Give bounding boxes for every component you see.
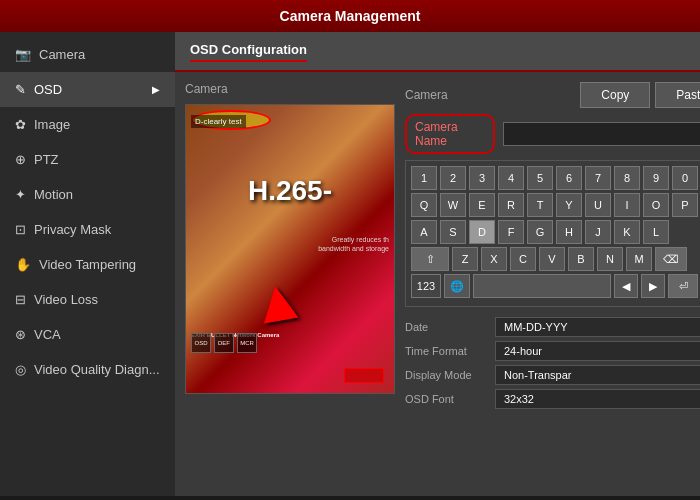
kb-row-asdf: A S D F G H J K L bbox=[411, 220, 698, 244]
kb-key-y[interactable]: Y bbox=[556, 193, 582, 217]
sidebar-label-videoloss: Video Loss bbox=[34, 292, 98, 307]
preview-h265-text: H.265- bbox=[248, 175, 332, 207]
kb-key-l[interactable]: L bbox=[643, 220, 669, 244]
kb-key-v[interactable]: V bbox=[539, 247, 565, 271]
kb-key-5[interactable]: 5 bbox=[527, 166, 553, 190]
kb-key-p[interactable]: P bbox=[672, 193, 698, 217]
kb-key-9[interactable]: 9 bbox=[643, 166, 669, 190]
sidebar-item-image[interactable]: ✿ Image bbox=[0, 107, 175, 142]
content-area: OSD Configuration Camera D-clearly test … bbox=[175, 32, 700, 496]
top-row: Camera Copy Paste bbox=[405, 82, 700, 108]
sidebar-item-vca[interactable]: ⊛ VCA bbox=[0, 317, 175, 352]
kb-key-6[interactable]: 6 bbox=[556, 166, 582, 190]
kb-key-f[interactable]: F bbox=[498, 220, 524, 244]
camera-select-label: Camera bbox=[185, 82, 395, 96]
sidebar-item-ptz[interactable]: ⊕ PTZ bbox=[0, 142, 175, 177]
kb-key-3[interactable]: 3 bbox=[469, 166, 495, 190]
kb-key-k[interactable]: K bbox=[614, 220, 640, 244]
kb-row-qwerty: Q W E R T Y U I O P bbox=[411, 193, 698, 217]
osd-font-label: OSD Font bbox=[405, 393, 495, 405]
tab-header: OSD Configuration bbox=[175, 32, 700, 72]
kb-key-7[interactable]: 7 bbox=[585, 166, 611, 190]
kb-key-m[interactable]: M bbox=[626, 247, 652, 271]
kb-key-4[interactable]: 4 bbox=[498, 166, 524, 190]
keyboard: 1 2 3 4 5 6 7 8 9 0 Q bbox=[405, 160, 700, 307]
kb-key-u[interactable]: U bbox=[585, 193, 611, 217]
kb-key-s[interactable]: S bbox=[440, 220, 466, 244]
kb-row-zxcv: ⇧ Z X C V B N M ⌫ bbox=[411, 247, 698, 271]
tab-osd-config[interactable]: OSD Configuration bbox=[190, 42, 307, 62]
keyboard-area: 1 2 3 4 5 6 7 8 9 0 Q bbox=[405, 160, 700, 307]
kb-key-2[interactable]: 2 bbox=[440, 166, 466, 190]
kb-key-j[interactable]: J bbox=[585, 220, 611, 244]
settings-rows: Date MM-DD-YYY Time Format 24-hour Displ… bbox=[405, 317, 700, 409]
kb-shift-key[interactable]: ⇧ bbox=[411, 247, 449, 271]
icons-row: OSD DEF MCR bbox=[191, 333, 257, 353]
preview-camera-name: D-clearly test bbox=[191, 115, 246, 128]
date-setting-row: Date MM-DD-YYY bbox=[405, 317, 700, 337]
kb-key-g[interactable]: G bbox=[527, 220, 553, 244]
kb-123-key[interactable]: 123 bbox=[411, 274, 441, 298]
kb-key-c[interactable]: C bbox=[510, 247, 536, 271]
sidebar-label-tampering: Video Tampering bbox=[39, 257, 136, 272]
kb-key-w[interactable]: W bbox=[440, 193, 466, 217]
osd-arrow-icon: ▶ bbox=[152, 84, 160, 95]
kb-left-key[interactable]: ◀ bbox=[614, 274, 638, 298]
preview-subtitle: Greatly reduces thbandwidth and storage bbox=[318, 235, 389, 255]
time-format-row: Time Format 24-hour bbox=[405, 341, 700, 361]
kb-key-z[interactable]: Z bbox=[452, 247, 478, 271]
kb-key-a[interactable]: A bbox=[411, 220, 437, 244]
kb-enter-key[interactable]: ⏎ bbox=[668, 274, 698, 298]
kb-key-r[interactable]: R bbox=[498, 193, 524, 217]
sidebar-item-camera[interactable]: 📷 Camera bbox=[0, 37, 175, 72]
kb-space-key[interactable] bbox=[473, 274, 611, 298]
action-buttons: Copy Paste bbox=[580, 82, 700, 108]
camera-field-label: Camera bbox=[405, 88, 465, 102]
sidebar-item-osd[interactable]: ✎ OSD ▶ bbox=[0, 72, 175, 107]
vca-icon: ⊛ bbox=[15, 327, 26, 342]
display-mode-row: Display Mode Non-Transpar bbox=[405, 365, 700, 385]
kb-key-i[interactable]: I bbox=[614, 193, 640, 217]
kb-key-b[interactable]: B bbox=[568, 247, 594, 271]
kb-key-q[interactable]: Q bbox=[411, 193, 437, 217]
kb-backspace-key[interactable]: ⌫ bbox=[655, 247, 687, 271]
paste-button[interactable]: Paste bbox=[655, 82, 700, 108]
preview-background: D-clearly test H.265- Greatly reduces th… bbox=[186, 105, 394, 393]
sidebar-item-video-tampering[interactable]: ✋ Video Tampering bbox=[0, 247, 175, 282]
main-container: 📷 Camera ✎ OSD ▶ ✿ Image ⊕ PTZ ✦ Motion … bbox=[0, 32, 700, 496]
motion-icon: ✦ bbox=[15, 187, 26, 202]
sidebar-label-camera: Camera bbox=[39, 47, 85, 62]
vq-icon: ◎ bbox=[15, 362, 26, 377]
big-arrow-icon: ▲ bbox=[243, 262, 313, 340]
kb-row-bottom: 123 🌐 ◀ ▶ ⏎ bbox=[411, 274, 698, 298]
kb-row-numbers: 1 2 3 4 5 6 7 8 9 0 bbox=[411, 166, 698, 190]
sidebar-label-motion: Motion bbox=[34, 187, 73, 202]
kb-globe-key[interactable]: 🌐 bbox=[444, 274, 470, 298]
sidebar-item-privacy-mask[interactable]: ⊡ Privacy Mask bbox=[0, 212, 175, 247]
camera-preview: D-clearly test H.265- Greatly reduces th… bbox=[185, 104, 395, 394]
kb-key-t[interactable]: T bbox=[527, 193, 553, 217]
kb-right-key[interactable]: ▶ bbox=[641, 274, 665, 298]
sidebar-item-video-quality[interactable]: ◎ Video Quality Diagn... bbox=[0, 352, 175, 387]
ptz-icon: ⊕ bbox=[15, 152, 26, 167]
sidebar-item-motion[interactable]: ✦ Motion bbox=[0, 177, 175, 212]
sidebar-label-osd: OSD bbox=[34, 82, 62, 97]
copy-button[interactable]: Copy bbox=[580, 82, 650, 108]
display-mode-value: Non-Transpar bbox=[495, 365, 700, 385]
kb-key-o[interactable]: O bbox=[643, 193, 669, 217]
osd-font-row: OSD Font 32x32 bbox=[405, 389, 700, 409]
videoloss-icon: ⊟ bbox=[15, 292, 26, 307]
kb-key-0[interactable]: 0 bbox=[672, 166, 698, 190]
icon-osd: OSD bbox=[191, 333, 211, 353]
camera-name-input[interactable] bbox=[503, 122, 700, 146]
kb-key-n[interactable]: N bbox=[597, 247, 623, 271]
kb-key-8[interactable]: 8 bbox=[614, 166, 640, 190]
kb-key-h[interactable]: H bbox=[556, 220, 582, 244]
kb-key-x[interactable]: X bbox=[481, 247, 507, 271]
kb-key-e[interactable]: E bbox=[469, 193, 495, 217]
sidebar-item-video-loss[interactable]: ⊟ Video Loss bbox=[0, 282, 175, 317]
kb-key-1[interactable]: 1 bbox=[411, 166, 437, 190]
sidebar-label-ptz: PTZ bbox=[34, 152, 59, 167]
kb-key-d[interactable]: D bbox=[469, 220, 495, 244]
app-title: Camera Management bbox=[280, 8, 421, 24]
